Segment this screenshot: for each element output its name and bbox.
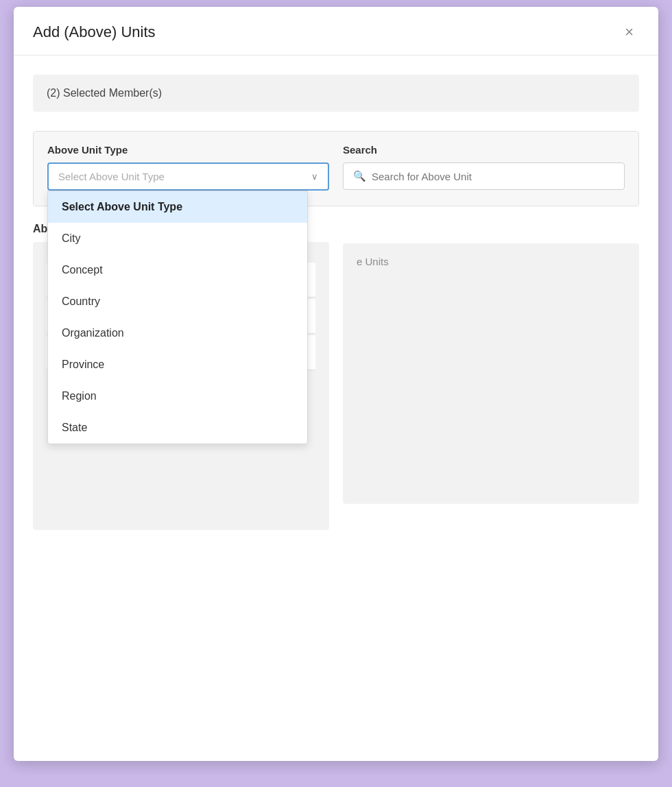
dropdown-item-4[interactable]: Organization	[48, 317, 307, 349]
search-label: Search	[343, 144, 625, 156]
dropdown-item-0[interactable]: Select Above Unit Type	[48, 191, 307, 223]
unit-type-placeholder: Select Above Unit Type	[58, 171, 165, 182]
close-button[interactable]: ×	[619, 22, 639, 43]
unit-type-label: Above Unit Type	[47, 144, 329, 156]
unit-type-dropdown[interactable]: Select Above Unit Type ∨	[47, 162, 329, 191]
dropdown-item-6[interactable]: Region	[48, 380, 307, 412]
dropdown-item-5[interactable]: Province	[48, 349, 307, 380]
right-column: e Units	[343, 223, 639, 530]
search-col: Search 🔍	[343, 144, 625, 191]
filter-row: Above Unit Type Select Above Unit Type ∨…	[33, 131, 639, 206]
dropdown-item-3[interactable]: Country	[48, 286, 307, 317]
dropdown-item-7[interactable]: State	[48, 412, 307, 444]
above-units-area: e Units	[343, 243, 639, 504]
modal-container: Add (Above) Units × (2) Selected Member(…	[14, 7, 658, 761]
unit-type-dropdown-menu: Select Above Unit Type City Concept Coun…	[47, 191, 308, 444]
unit-type-col: Above Unit Type Select Above Unit Type ∨…	[47, 144, 329, 191]
modal-title: Add (Above) Units	[33, 23, 156, 41]
search-input[interactable]	[372, 171, 614, 182]
chevron-down-icon: ∨	[311, 171, 318, 182]
selected-members-bar: (2) Selected Member(s)	[33, 75, 639, 112]
modal-body: (2) Selected Member(s) Above Unit Type S…	[14, 56, 658, 549]
dropdown-item-1[interactable]: City	[48, 223, 307, 254]
search-field-container: 🔍	[343, 162, 625, 190]
search-icon: 🔍	[353, 170, 366, 182]
dropdown-item-2[interactable]: Concept	[48, 254, 307, 286]
modal-header: Add (Above) Units ×	[14, 7, 658, 56]
above-units-label-text: e Units	[357, 256, 389, 267]
selected-members-text: (2) Selected Member(s)	[47, 87, 162, 99]
